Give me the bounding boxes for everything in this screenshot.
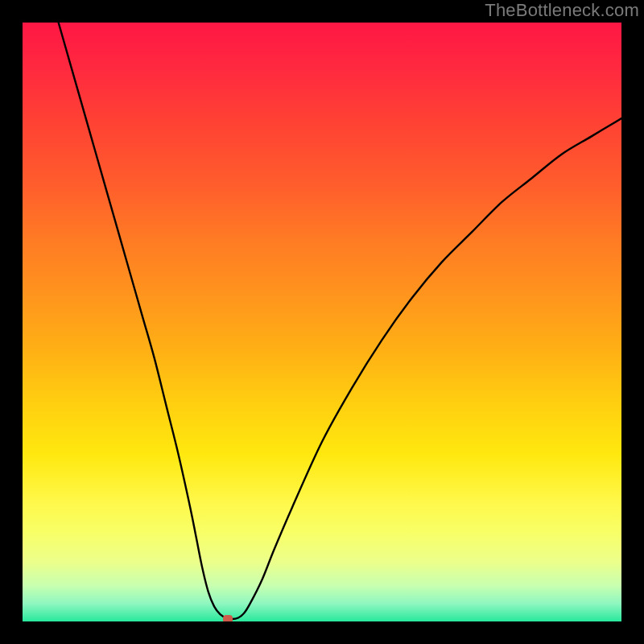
watermark-text: TheBottleneck.com <box>485 0 639 21</box>
bottleneck-curve-line <box>59 23 621 619</box>
plot-area <box>23 23 621 621</box>
chart-frame: TheBottleneck.com <box>0 0 644 644</box>
minimum-marker <box>223 615 233 621</box>
curve-svg <box>23 23 621 621</box>
